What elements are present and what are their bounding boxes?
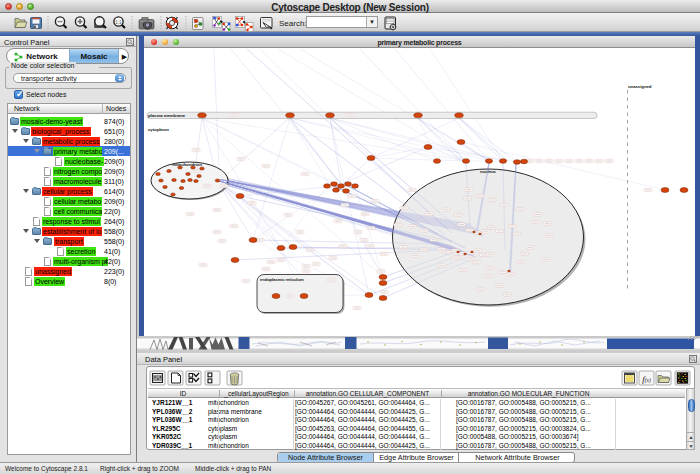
- svg-text:endoplasmic reticulum: endoplasmic reticulum: [260, 277, 304, 282]
- svg-text:plasma membrane: plasma membrane: [148, 113, 186, 118]
- svg-text:1:1: 1:1: [115, 20, 122, 25]
- svg-text:cytoplasm: cytoplasm: [148, 127, 169, 132]
- svg-text:unassigned: unassigned: [628, 84, 652, 89]
- svg-text:mitochondrion: mitochondrion: [172, 162, 202, 167]
